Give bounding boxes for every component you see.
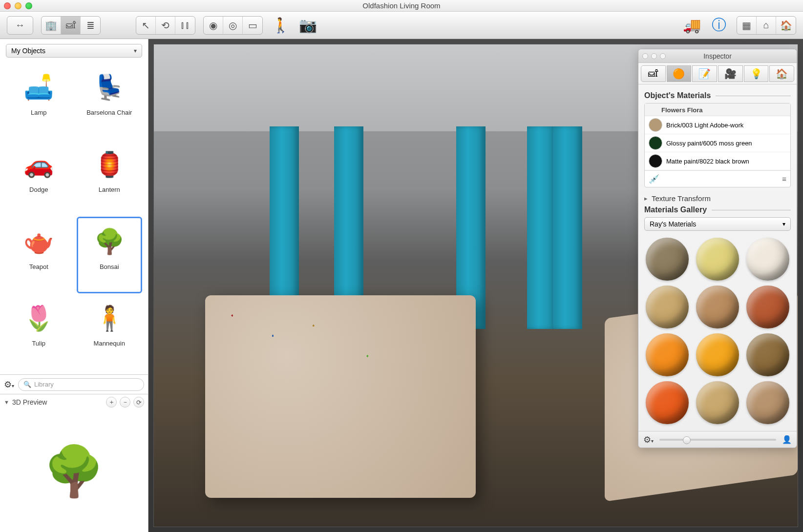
preview-zoom-in-button[interactable]: ＋ (106, 397, 117, 408)
material-swatch-ball[interactable] (696, 381, 739, 424)
select-tool-button[interactable]: ↖ (136, 17, 156, 34)
object-thumb-icon: 🏮 (85, 145, 134, 184)
texture-transform-toggle[interactable]: Texture Transform (644, 194, 791, 203)
record-square-button[interactable]: ▭ (243, 17, 262, 34)
import-button[interactable]: 🚚 (682, 16, 701, 35)
object-item-barselona-chair[interactable]: 💺Barselona Chair (77, 62, 143, 140)
preview-title: 3D Preview (12, 398, 47, 406)
zoom-window-button[interactable] (25, 2, 32, 9)
object-item-bonsai[interactable]: 🌳Bonsai (77, 217, 143, 294)
material-swatch-ball[interactable] (746, 238, 789, 281)
inspector-tab-materials[interactable]: 🟠 (667, 65, 692, 82)
objects-materials-heading: Object's Materials (644, 91, 791, 100)
library-category-label: My Objects (11, 47, 45, 55)
object-label: Lamp (31, 109, 47, 116)
main-toolbar: ↔ 🏢 🛋 ≣ ↖ ⟲ ⫿⫿ ◉ ◎ ▭ 🚶 📷 🚚 ⓘ ▦ ⌂ 🏠 (0, 12, 803, 39)
material-name: Glossy paint/6005 moss green (666, 140, 752, 147)
object-label: Barselona Chair (86, 109, 132, 116)
preview-zoom-out-button[interactable]: － (120, 397, 130, 408)
object-thumb-icon: 🚗 (14, 145, 63, 184)
materials-gallery-dropdown[interactable]: Ray's Materials (644, 217, 791, 231)
eyedropper-button[interactable]: 💉 (649, 174, 659, 184)
materials-zoom-slider[interactable] (659, 439, 776, 441)
preview-bonsai-icon: 🌳 (43, 443, 105, 500)
object-thumb-icon: 🛋️ (14, 68, 63, 107)
material-swatch-ball[interactable] (696, 286, 739, 328)
object-thumb-icon: 🧍 (85, 299, 134, 338)
library-gear-icon[interactable]: ⚙▾ (4, 379, 14, 390)
traffic-lights (4, 2, 32, 9)
walk-button[interactable]: 🚶 (271, 16, 290, 35)
inspector-panel: Inspector 🛋 🟠 📝 🎥 💡 🏠 Object's Materials… (638, 49, 797, 448)
material-row[interactable]: Glossy paint/6005 moss green (645, 134, 790, 152)
inspector-title: Inspector (638, 52, 797, 60)
inspector-gear-icon[interactable]: ⚙▾ (643, 434, 654, 445)
object-label: Lantern (99, 186, 120, 193)
material-swatch-ball[interactable] (646, 381, 689, 424)
view-home-button[interactable]: 🏠 (776, 17, 796, 34)
object-thumb-icon: 🌳 (85, 222, 134, 261)
preview-disclosure-icon[interactable]: ▼ (4, 399, 9, 405)
record-white-button[interactable]: ◉ (204, 17, 223, 34)
material-swatch-ball[interactable] (746, 286, 789, 328)
object-thumb-icon: 🌷 (14, 299, 63, 338)
mode-furniture-button[interactable]: 🛋 (61, 17, 81, 34)
object-item-dodge[interactable]: 🚗Dodge (6, 140, 72, 217)
window-title: Oldfashion Living Room (0, 1, 803, 10)
texture-transform-label: Texture Transform (652, 194, 711, 203)
material-name: Matte paint/8022 black brown (666, 158, 749, 165)
library-search-input[interactable]: 🔍 Library (18, 378, 144, 391)
library-search-placeholder: Library (34, 381, 54, 388)
object-item-tulip[interactable]: 🌷Tulip (6, 293, 72, 370)
preview-viewport[interactable]: 🌳 (0, 410, 148, 532)
inspector-tab-camera[interactable]: 🎥 (718, 65, 743, 82)
preview-refresh-button[interactable]: ⟳ (133, 397, 144, 408)
material-swatch (649, 154, 662, 168)
mode-list-button[interactable]: ≣ (81, 17, 100, 34)
inspector-titlebar[interactable]: Inspector (638, 49, 797, 63)
rotate-tool-button[interactable]: ⟲ (156, 17, 175, 34)
material-swatch-ball[interactable] (646, 333, 689, 376)
materials-gallery-label: Ray's Materials (650, 220, 696, 228)
material-swatch-ball[interactable] (646, 286, 689, 328)
inspector-tabs: 🛋 🟠 📝 🎥 💡 🏠 (638, 63, 797, 84)
inspector-tab-object[interactable]: 🛋 (641, 65, 666, 82)
library-category-dropdown[interactable]: My Objects (6, 44, 142, 58)
material-swatch-ball[interactable] (746, 381, 789, 424)
record-gray-button[interactable]: ◎ (223, 17, 243, 34)
split-tool-button[interactable]: ⫿⫿ (175, 17, 195, 34)
object-thumb-icon: 🫖 (14, 222, 63, 261)
camera-button[interactable]: 📷 (298, 16, 317, 35)
view-3d-button[interactable]: ⌂ (757, 17, 776, 34)
material-row[interactable]: Brick/003 Light Adobe-work (645, 116, 790, 134)
object-item-mannequin[interactable]: 🧍Mannequin (77, 293, 143, 370)
object-label: Teapot (29, 263, 48, 270)
material-swatch-ball[interactable] (696, 238, 739, 281)
inspector-tab-light[interactable]: 💡 (744, 65, 769, 82)
library-panel: My Objects 🛋️Lamp💺Barselona Chair🚗Dodge🏮… (0, 39, 148, 532)
mode-building-button[interactable]: 🏢 (42, 17, 61, 34)
object-item-lamp[interactable]: 🛋️Lamp (6, 62, 72, 140)
minimize-window-button[interactable] (15, 2, 21, 9)
object-item-teapot[interactable]: 🫖Teapot (6, 217, 72, 294)
objects-grid: 🛋️Lamp💺Barselona Chair🚗Dodge🏮Lantern🫖Tea… (0, 59, 148, 374)
object-thumb-icon: 💺 (85, 68, 134, 107)
material-swatch-ball[interactable] (696, 333, 739, 376)
material-swatch-ball[interactable] (646, 238, 689, 281)
user-icon[interactable]: 👤 (782, 435, 792, 444)
materials-gallery-grid (644, 234, 791, 428)
library-tools: ⚙▾ 🔍 Library (0, 374, 148, 394)
object-label: Bonsai (100, 263, 119, 270)
view-2d-button[interactable]: ▦ (737, 17, 757, 34)
inspector-tab-house[interactable]: 🏠 (769, 65, 794, 82)
object-label: Mannequin (94, 340, 125, 347)
material-swatch-ball[interactable] (746, 333, 789, 376)
close-window-button[interactable] (4, 2, 11, 9)
material-row[interactable]: Matte paint/8022 black brown (645, 152, 790, 170)
materials-menu-icon[interactable]: ≡ (782, 175, 786, 183)
titlebar: Oldfashion Living Room (0, 0, 803, 12)
nav-arrows-button[interactable]: ↔ (7, 17, 33, 34)
inspector-tab-edit[interactable]: 📝 (692, 65, 717, 82)
object-item-lantern[interactable]: 🏮Lantern (77, 140, 143, 217)
info-button[interactable]: ⓘ (709, 16, 729, 35)
